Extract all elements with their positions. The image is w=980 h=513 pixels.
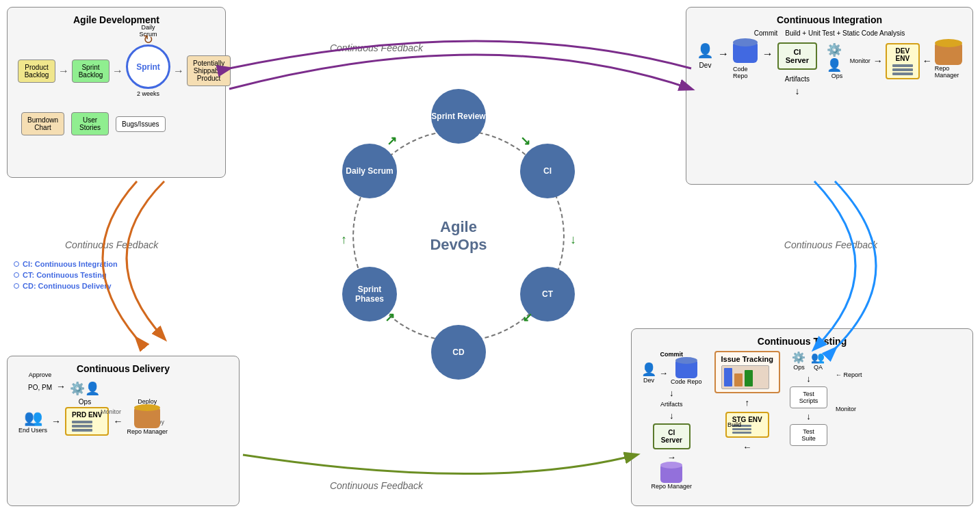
- ci-legend-dot: [14, 261, 19, 267]
- code-repo-label: Code Repo: [733, 66, 758, 79]
- ops-person-cd-icon: ⚙️👤: [70, 381, 100, 396]
- dev-person-icon: 👤: [697, 42, 714, 59]
- ct-code-repo-cyl: [675, 360, 697, 378]
- arrow1: →: [58, 65, 69, 77]
- ci-subtitle: Commit Build + Unit Test + Static Code A…: [693, 29, 966, 37]
- agile-devops-center: AgileDevOps: [430, 218, 487, 254]
- ct-qa-label: QA: [814, 364, 823, 371]
- issue-tracking-box: Issue Tracking: [714, 351, 780, 393]
- ci-server-box: CI Server: [777, 42, 817, 70]
- user-stories-box: UserStories: [71, 112, 109, 135]
- ops-person-ci-icon: ⚙️👤: [827, 42, 847, 73]
- repo-manager-cylinder-ci: [935, 43, 962, 65]
- ct-legend-label: CT: Continuous Testing: [23, 271, 107, 279]
- repo-manager-cylinder-cd: [134, 408, 160, 428]
- arrow-repo-ci: ←: [923, 55, 932, 66]
- ci-legend-label: CI: Continuous Integration: [23, 260, 118, 268]
- repo-manager-label-cd: Repo Manager: [127, 428, 168, 435]
- ct-code-repo-label: Code Repo: [671, 378, 702, 385]
- end-users-label: End Users: [18, 427, 47, 434]
- arrow-ci-2: →: [762, 48, 773, 60]
- green-arrow-5: ↑: [341, 233, 347, 247]
- monitor-label-ci: Monitor: [850, 57, 871, 64]
- legend: CI: Continuous Integration CT: Continuou…: [14, 260, 118, 293]
- agile-development-box: Agile Development ProductBacklog → Sprin…: [7, 7, 226, 178]
- po-pm-label: PO, PM: [28, 384, 52, 391]
- ct-dev-icon: 👤: [641, 362, 656, 377]
- ci-title: Continuous Integration: [693, 14, 966, 25]
- center-ring-diagram: AgileDevOps Sprint Review CI CT CD Daily…: [335, 82, 582, 390]
- arrow-monitor-ci: →: [873, 55, 883, 66]
- cd-circle: CD: [431, 325, 486, 380]
- ct-ops-label: Ops: [793, 364, 805, 371]
- ct-title: Continuous Testing: [639, 336, 966, 347]
- cd-legend-label: CD: Continuous Delivery: [23, 282, 112, 290]
- arrow-down-ci: ↓: [795, 86, 799, 96]
- feedback-right: Continuous Feedback: [784, 239, 877, 250]
- daily-scrum-circle: Daily Scrum: [342, 144, 397, 198]
- sprint-review-circle: Sprint Review: [431, 89, 486, 144]
- ct-qa-icon: 👥: [811, 351, 825, 364]
- end-users-icon: 👥: [24, 409, 42, 427]
- ct-legend-dot: [14, 272, 19, 278]
- feedback-bottom: Continuous Feedback: [260, 480, 493, 491]
- green-arrow-1: ↘: [520, 133, 530, 148]
- ct-report-label: ← Report: [836, 371, 862, 378]
- ci-circle: CI: [520, 144, 575, 198]
- dev-label: Dev: [699, 62, 712, 69]
- code-repo-cylinder: [733, 42, 758, 63]
- green-arrow-6: ↗: [387, 133, 397, 148]
- burndown-chart-box: BurndownChart: [21, 112, 64, 135]
- dev-env-box: DEV ENV: [886, 43, 920, 79]
- bugs-issues-box: Bugs/Issues: [116, 116, 165, 132]
- ct-monitor-label: Monitor: [836, 406, 862, 412]
- arrow2: →: [112, 65, 123, 77]
- feedback-left: Continuous Feedback: [65, 239, 158, 250]
- arrow3: →: [173, 65, 184, 77]
- sprint-circle: Sprint: [126, 44, 170, 89]
- ops-label-cd: Ops: [79, 398, 91, 406]
- green-arrow-2: ↓: [570, 233, 576, 247]
- ct-commit-label: Commit: [660, 351, 684, 358]
- potentially-shippable-box: PotentiallyShippableProduct: [187, 55, 231, 86]
- ct-dev-label: Dev: [643, 377, 654, 384]
- ct-test-scripts-box: TestScripts: [790, 386, 827, 408]
- ct-test-suite-box: TestSuite: [790, 424, 827, 446]
- arrow-ci-1: →: [718, 48, 729, 60]
- two-weeks-label: 2 weeks: [137, 90, 159, 97]
- feedback-top: Continuous Feedback: [274, 42, 479, 53]
- ops-label-ci: Ops: [831, 73, 843, 79]
- product-backlog-box: ProductBacklog: [18, 60, 55, 83]
- cd-legend-dot: [14, 283, 19, 289]
- ct-box: Continuous Testing Commit 👤 Dev → Code R…: [631, 328, 973, 506]
- approve-label: Approve: [29, 371, 52, 378]
- cd-box: Continuous Delivery Approve PO, PM → ⚙️👤…: [7, 356, 240, 506]
- repo-manager-label-ci: Repo Manager: [935, 65, 962, 79]
- green-arrow-4: ↗: [385, 310, 395, 325]
- ci-box: Continuous Integration Commit Build + Un…: [686, 7, 973, 185]
- sprint-backlog-box: SprintBacklog: [72, 60, 109, 83]
- ct-ci-server-box: CIServer: [653, 423, 691, 449]
- ct-artifacts-label: Artifacts: [660, 401, 683, 408]
- ct-repo-manager-label: Repo Manager: [652, 483, 693, 490]
- artifacts-label: Artifacts: [785, 75, 810, 83]
- agile-dev-title: Agile Development: [14, 14, 218, 25]
- green-arrow-3: ↙: [522, 310, 532, 325]
- ct-ops-icon: ⚙️: [792, 351, 805, 364]
- ct-repo-manager-cyl: [660, 465, 682, 483]
